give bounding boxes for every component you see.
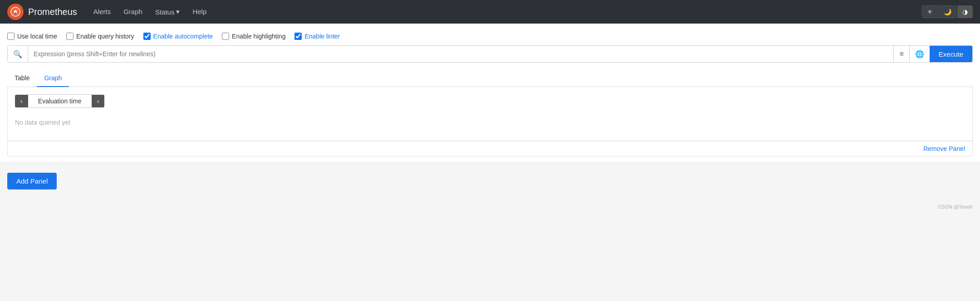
panel-actions: Remove Panel bbox=[7, 141, 973, 156]
globe-icon: 🌐 bbox=[915, 50, 924, 58]
navbar-brand: Prometheus bbox=[7, 4, 77, 20]
enable-linter-checkbox[interactable] bbox=[294, 33, 302, 40]
nav-alerts[interactable]: Alerts bbox=[88, 5, 116, 19]
theme-light-button[interactable]: ☀ bbox=[922, 5, 938, 18]
footer-text: CSDN @Tewsh bbox=[938, 204, 973, 209]
panel-wrapper: Table Graph ‹ Evaluation time › No data … bbox=[7, 70, 973, 156]
expression-input[interactable] bbox=[28, 46, 893, 62]
search-icon-button[interactable]: 🔍 bbox=[8, 46, 28, 62]
enable-highlighting-label: Enable highlighting bbox=[232, 33, 285, 40]
time-nav: ‹ Evaluation time › bbox=[15, 94, 965, 108]
prometheus-logo bbox=[7, 4, 24, 20]
theme-auto-button[interactable]: ◑ bbox=[957, 5, 973, 18]
search-icon: 🔍 bbox=[13, 50, 22, 58]
enable-linter-label: Enable linter bbox=[304, 33, 340, 40]
theme-dark-button[interactable]: 🌙 bbox=[939, 5, 956, 18]
enable-query-history-label: Enable query history bbox=[76, 33, 134, 40]
main-content: Use local time Enable query history Enab… bbox=[0, 24, 980, 162]
footer: CSDN @Tewsh bbox=[0, 200, 980, 213]
tabs-row: Table Graph bbox=[7, 70, 973, 87]
nav-graph[interactable]: Graph bbox=[118, 5, 148, 19]
execute-button[interactable]: Execute bbox=[930, 46, 972, 62]
panel-content: ‹ Evaluation time › No data queried yet bbox=[7, 87, 973, 141]
theme-buttons: ☀ 🌙 ◑ bbox=[922, 5, 973, 18]
app-title: Prometheus bbox=[28, 7, 77, 17]
nav-help[interactable]: Help bbox=[187, 5, 212, 19]
use-local-time-checkbox[interactable] bbox=[7, 33, 15, 40]
enable-highlighting-checkbox[interactable] bbox=[222, 33, 229, 40]
remove-panel-link[interactable]: Remove Panel bbox=[923, 145, 965, 152]
chevron-down-icon: ▾ bbox=[176, 8, 180, 16]
enable-autocomplete-label: Enable autocomplete bbox=[153, 33, 213, 40]
enable-query-history-option[interactable]: Enable query history bbox=[66, 33, 134, 40]
no-data-text: No data queried yet bbox=[15, 115, 965, 133]
use-local-time-label: Use local time bbox=[17, 33, 57, 40]
metrics-explorer-button[interactable]: 🌐 bbox=[909, 46, 930, 62]
tab-table[interactable]: Table bbox=[7, 70, 37, 87]
tab-graph[interactable]: Graph bbox=[37, 70, 69, 87]
nav-status[interactable]: Status ▾ bbox=[150, 5, 186, 19]
use-local-time-option[interactable]: Use local time bbox=[7, 33, 57, 40]
nav-links: Alerts Graph Status ▾ Help bbox=[88, 5, 922, 19]
svg-point-1 bbox=[15, 13, 16, 14]
navbar: Prometheus Alerts Graph Status ▾ Help ☀ … bbox=[0, 0, 980, 24]
format-button[interactable]: ≡ bbox=[893, 46, 909, 62]
enable-query-history-checkbox[interactable] bbox=[66, 33, 74, 40]
options-row: Use local time Enable query history Enab… bbox=[7, 29, 973, 45]
expression-row: 🔍 ≡ 🌐 Execute bbox=[7, 45, 973, 63]
evaluation-time-label: Evaluation time bbox=[28, 94, 92, 108]
enable-autocomplete-option[interactable]: Enable autocomplete bbox=[143, 33, 213, 40]
enable-autocomplete-checkbox[interactable] bbox=[143, 33, 151, 40]
time-next-button[interactable]: › bbox=[92, 95, 105, 107]
enable-highlighting-option[interactable]: Enable highlighting bbox=[222, 33, 285, 40]
add-panel-section: Add Panel bbox=[0, 162, 980, 200]
enable-linter-option[interactable]: Enable linter bbox=[294, 33, 340, 40]
format-icon: ≡ bbox=[899, 50, 903, 58]
time-prev-button[interactable]: ‹ bbox=[15, 95, 28, 107]
add-panel-button[interactable]: Add Panel bbox=[7, 173, 57, 189]
